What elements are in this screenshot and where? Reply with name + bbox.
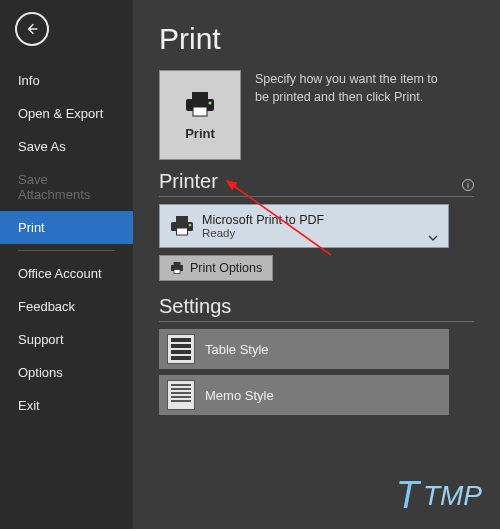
print-action-row: Print Specify how you want the item to b… (159, 70, 474, 160)
style-label: Memo Style (205, 388, 274, 403)
print-panel: Print Print Specify how you want the ite… (133, 0, 500, 529)
watermark-text: TMP (423, 480, 482, 512)
memo-style-icon (167, 380, 195, 410)
sidebar-item-info[interactable]: Info (0, 64, 133, 97)
svg-rect-2 (193, 107, 207, 116)
watermark-logo: T TMP (396, 474, 482, 517)
watermark-initial: T (396, 474, 419, 517)
back-button[interactable] (15, 12, 49, 46)
print-style-list: Table Style Memo Style (159, 329, 449, 415)
svg-point-3 (209, 101, 212, 104)
print-button[interactable]: Print (159, 70, 241, 160)
selected-printer-name: Microsoft Print to PDF (202, 213, 440, 227)
print-options-label: Print Options (190, 261, 262, 275)
printer-section-heading: Printer i (159, 170, 474, 197)
settings-section-heading: Settings (159, 295, 474, 322)
sidebar-item-feedback[interactable]: Feedback (0, 290, 133, 323)
selected-printer-status: Ready (202, 227, 440, 239)
chevron-down-icon (428, 235, 438, 241)
sidebar-item-save-as[interactable]: Save As (0, 130, 133, 163)
printer-options-icon (170, 261, 184, 275)
page-title: Print (159, 22, 474, 56)
arrow-left-icon (24, 21, 40, 37)
printer-small-icon (168, 212, 196, 240)
settings-heading-label: Settings (159, 295, 231, 318)
print-button-label: Print (185, 126, 215, 141)
printer-heading-label: Printer (159, 170, 218, 193)
svg-rect-1 (192, 92, 208, 100)
backstage-root: Info Open & Export Save As Save Attachme… (0, 0, 500, 529)
sidebar-item-office-account[interactable]: Office Account (0, 257, 133, 290)
sidebar-item-exit[interactable]: Exit (0, 389, 133, 422)
svg-rect-9 (174, 262, 181, 266)
svg-rect-5 (176, 216, 188, 222)
style-label: Table Style (205, 342, 269, 357)
table-style-icon (167, 334, 195, 364)
sidebar-separator (18, 250, 115, 251)
sidebar-item-open-export[interactable]: Open & Export (0, 97, 133, 130)
style-table[interactable]: Table Style (159, 329, 449, 369)
sidebar-item-save-attachments: Save Attachments (0, 163, 133, 211)
svg-rect-6 (177, 228, 188, 235)
sidebar-item-print[interactable]: Print (0, 211, 133, 244)
sidebar-item-support[interactable]: Support (0, 323, 133, 356)
printer-icon (183, 90, 217, 118)
sidebar-item-options[interactable]: Options (0, 356, 133, 389)
print-options-button[interactable]: Print Options (159, 255, 273, 281)
printer-info-icon[interactable]: i (462, 179, 474, 191)
style-memo[interactable]: Memo Style (159, 375, 449, 415)
svg-rect-10 (174, 270, 180, 274)
backstage-sidebar: Info Open & Export Save As Save Attachme… (0, 0, 133, 529)
printer-dropdown-text: Microsoft Print to PDF Ready (196, 213, 440, 239)
printer-dropdown[interactable]: Microsoft Print to PDF Ready (159, 204, 449, 248)
print-help-text: Specify how you want the item to be prin… (255, 70, 455, 106)
svg-point-7 (189, 224, 191, 226)
